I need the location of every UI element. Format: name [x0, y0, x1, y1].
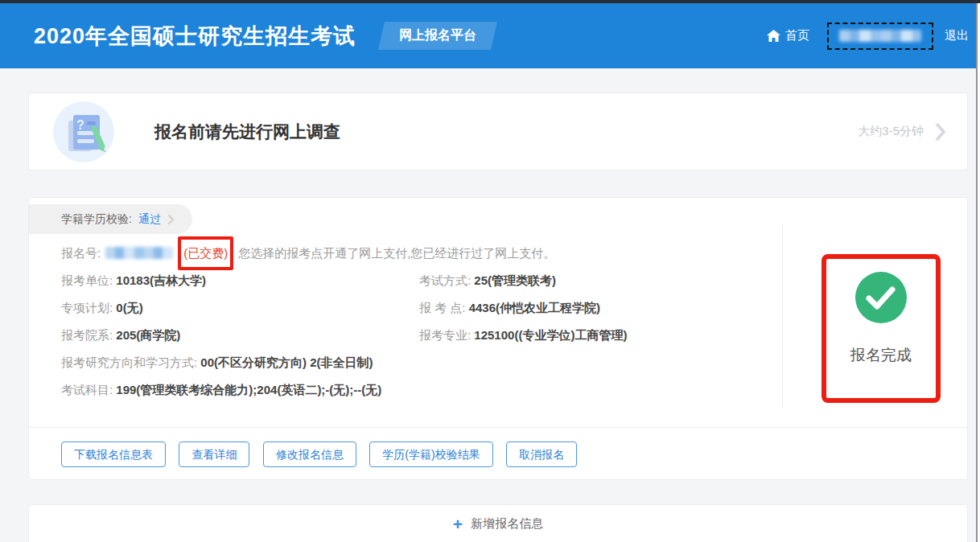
survey-document-icon: ?	[53, 101, 114, 162]
field-value: 00(不区分研究方向) 2(非全日制)	[200, 355, 373, 369]
info-row: 考试科目: 199(管理类联考综合能力);204(英语二);-(无);--(无)	[61, 376, 782, 404]
field-label: 报考专业:	[419, 328, 471, 342]
action-button-row: 下载报名信息表 查看详细 修改报名信息 学历(学籍)校验结果 取消报名	[29, 427, 967, 467]
app-header: 2020年全国硕士研究生招生考试 网上报名平台 首页 退出	[0, 3, 980, 68]
info-cell: 考试方式: 25(管理类联考)	[419, 267, 782, 294]
survey-duration-label: 大约3-5分钟	[858, 124, 924, 139]
survey-duration: 大约3-5分钟	[858, 122, 946, 142]
qualification-check-tab[interactable]: 学籍学历校验: 通过	[29, 204, 192, 234]
field-value: 0(无)	[116, 301, 142, 314]
field-label: 专项计划:	[61, 301, 113, 314]
field-value: 10183(吉林大学)	[116, 273, 206, 287]
field-value: 25(管理类联考)	[474, 273, 556, 287]
field-value: 205(商学院)	[116, 328, 180, 342]
view-details-button[interactable]: 查看详细	[179, 441, 249, 467]
download-info-form-button[interactable]: 下载报名信息表	[61, 441, 166, 467]
field-label: 考试方式:	[419, 273, 471, 287]
registration-number-label: 报名号:	[61, 246, 101, 260]
qualification-check-label: 学籍学历校验:	[61, 212, 132, 227]
page-title: 2020年全国硕士研究生招生考试	[34, 22, 356, 51]
info-cell: 报考专业: 125100((专业学位)工商管理)	[419, 322, 782, 349]
modify-registration-button[interactable]: 修改报名信息	[263, 441, 356, 467]
completion-red-annotation: 报名完成	[821, 254, 941, 403]
info-row: 专项计划: 0(无) 报 考 点: 4436(仲恺农业工程学院)	[61, 294, 782, 322]
qualification-check-status-link[interactable]: 通过	[138, 212, 161, 227]
header-nav: 首页 退出	[767, 23, 969, 50]
field-label: 报 考 点:	[419, 301, 466, 314]
vertical-divider	[782, 224, 783, 408]
registration-number-blurred-value	[105, 247, 173, 259]
registration-info: 报名号:(已交费)您选择的报考点开通了网上支付,您已经进行过了网上支付。 报考单…	[29, 240, 782, 404]
field-label: 报考院系:	[61, 328, 113, 342]
registration-card: 学籍学历校验: 通过 报名号:(已交费)您选择的报考点开通了网上支付,您已经进行…	[28, 197, 968, 480]
registration-number-row: 报名号:(已交费)您选择的报考点开通了网上支付,您已经进行过了网上支付。	[61, 240, 782, 267]
field-label: 报考研究方向和学习方式:	[61, 355, 197, 369]
nav-home-label: 首页	[785, 28, 809, 43]
logout-link[interactable]: 退出	[945, 28, 969, 43]
nav-home-link[interactable]: 首页	[767, 28, 809, 43]
paid-status-badge: (已交费)	[183, 246, 228, 260]
platform-badge: 网上报名平台	[378, 22, 497, 50]
info-cell: 报考单位: 10183(吉林大学)	[61, 267, 419, 294]
add-registration-inner: + 新增报名信息	[453, 515, 543, 532]
info-cell: 报 考 点: 4436(仲恺农业工程学院)	[419, 294, 782, 322]
field-value: 4436(仲恺农业工程学院)	[469, 301, 600, 314]
cancel-registration-button[interactable]: 取消报名	[506, 441, 577, 467]
window-right-edge	[976, 3, 980, 542]
info-row: 报考研究方向和学习方式: 00(不区分研究方向) 2(非全日制)	[61, 349, 782, 376]
info-cell: 报考院系: 205(商学院)	[61, 322, 419, 349]
field-value: 125100((专业学位)工商管理)	[474, 328, 627, 342]
field-value: 199(管理类联考综合能力);204(英语二);-(无);--(无)	[116, 383, 381, 396]
paid-status-red-annotation: (已交费)	[178, 236, 233, 270]
info-cell: 专项计划: 0(无)	[61, 294, 419, 322]
payment-note: 您选择的报考点开通了网上支付,您已经进行过了网上支付。	[238, 246, 555, 260]
chevron-right-icon	[935, 122, 946, 142]
info-row: 报考单位: 10183(吉林大学) 考试方式: 25(管理类联考)	[61, 267, 782, 294]
survey-title: 报名前请先进行网上调查	[154, 121, 340, 143]
home-icon	[767, 30, 780, 43]
platform-badge-label: 网上报名平台	[399, 27, 476, 44]
completion-status-label: 报名完成	[850, 345, 912, 366]
plus-icon: +	[453, 515, 463, 532]
check-circle-icon	[855, 272, 907, 323]
field-label: 考试科目:	[61, 383, 113, 396]
username-redacted-box	[827, 23, 933, 50]
add-registration-card[interactable]: + 新增报名信息	[28, 504, 968, 542]
field-label: 报考单位:	[61, 273, 113, 287]
add-registration-label: 新增报名信息	[471, 516, 543, 532]
survey-card[interactable]: ? 报名前请先进行网上调查 大约3-5分钟	[28, 92, 968, 170]
info-row: 报考院系: 205(商学院) 报考专业: 125100((专业学位)工商管理)	[61, 322, 782, 349]
qualification-check-result-button[interactable]: 学历(学籍)校验结果	[369, 441, 492, 467]
chevron-right-small-icon	[167, 214, 175, 225]
username-blurred-value	[839, 30, 921, 42]
svg-text:?: ?	[76, 118, 84, 132]
